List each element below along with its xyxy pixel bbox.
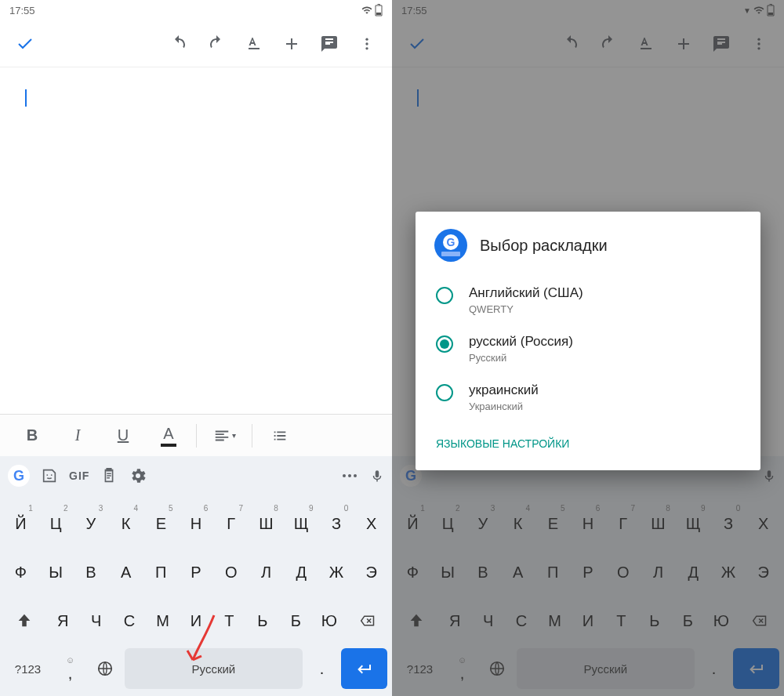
shift-key[interactable] [397,600,437,642]
enter-key[interactable] [341,648,387,689]
sticker-icon[interactable] [41,460,58,491]
key-З[interactable]: З0 [321,502,353,545]
key-Б[interactable]: Б [281,600,310,642]
key-О[interactable]: О [607,551,639,593]
key-Ч[interactable]: Ч [473,600,503,642]
key-Ц[interactable]: Ц2 [40,502,72,545]
globe-key[interactable] [481,648,514,689]
key-Т[interactable]: Т [606,600,636,642]
key-Ф[interactable]: Ф [397,551,429,593]
key-Ь[interactable]: Ь [248,600,278,642]
insert-button[interactable] [665,25,702,63]
key-Ь[interactable]: Ь [640,600,670,642]
language-settings-button[interactable]: ЯЗЫКОВЫЕ НАСТРОЙКИ [434,430,742,458]
done-button[interactable] [6,25,44,63]
layout-option-2[interactable]: украинскийУкраинский [434,373,742,422]
key-Ж[interactable]: Ж [713,551,745,593]
key-Р[interactable]: Р [180,551,212,593]
key-Э[interactable]: Э [747,551,779,593]
key-К[interactable]: К4 [502,502,534,545]
key-Э[interactable]: Э [355,551,387,593]
key-П[interactable]: П [145,551,177,593]
key-С[interactable]: С [114,600,144,642]
key-С[interactable]: С [506,600,536,642]
text-color-button[interactable]: A [146,415,191,457]
globe-key[interactable] [89,648,122,689]
mic-icon[interactable] [370,460,384,491]
key-У[interactable]: У3 [74,502,107,545]
comment-button[interactable] [310,25,348,63]
key-Е[interactable]: Е5 [145,502,177,545]
key-О[interactable]: О [215,551,247,593]
key-Ю[interactable]: Ю [314,600,344,642]
redo-button[interactable] [198,25,235,63]
comma-key[interactable]: ☺, [446,648,478,689]
key-Й[interactable]: Й1 [397,502,429,545]
key-Д[interactable]: Д [677,551,710,593]
key-Т[interactable]: Т [214,600,244,642]
key-И[interactable]: И [573,600,603,642]
symbols-key[interactable]: ?123 [5,648,51,689]
layout-option-1[interactable]: русский (Россия)Русский [434,324,742,373]
key-Ш[interactable]: Ш8 [250,502,282,545]
key-И[interactable]: И [181,600,211,642]
key-Л[interactable]: Л [642,551,674,593]
key-К[interactable]: К4 [110,502,142,545]
key-Б[interactable]: Б [673,600,702,642]
key-Р[interactable]: Р [572,551,604,593]
underline-button[interactable]: U [100,415,146,457]
key-Я[interactable]: Я [440,600,470,642]
key-М[interactable]: М [147,600,177,642]
undo-button[interactable] [552,25,590,63]
key-Ы[interactable]: Ы [40,551,72,593]
comment-button[interactable] [702,25,740,63]
backspace-key[interactable] [739,600,779,642]
key-Я[interactable]: Я [48,600,78,642]
text-format-button[interactable] [235,25,273,63]
google-icon[interactable]: G [8,465,30,487]
key-Ч[interactable]: Ч [81,600,111,642]
bold-button[interactable]: B [9,415,55,457]
key-П[interactable]: П [537,551,569,593]
settings-icon[interactable] [129,460,147,491]
key-Л[interactable]: Л [250,551,282,593]
key-Й[interactable]: Й1 [5,502,37,545]
key-Ш[interactable]: Ш8 [642,502,674,545]
key-У[interactable]: У3 [466,502,499,545]
key-Ф[interactable]: Ф [5,551,37,593]
backspace-key[interactable] [347,600,387,642]
key-А[interactable]: А [110,551,142,593]
redo-button[interactable] [590,25,627,63]
layout-option-0[interactable]: Английский (США)QWERTY [434,276,742,324]
shift-key[interactable] [5,600,45,642]
italic-button[interactable]: I [55,415,100,457]
comma-key[interactable]: ☺, [54,648,86,689]
key-Щ[interactable]: Щ9 [677,502,710,545]
text-format-button[interactable] [627,25,665,63]
more-icon[interactable] [340,460,359,491]
key-Е[interactable]: Е5 [537,502,569,545]
gif-button[interactable]: GIF [69,460,89,491]
key-Н[interactable]: Н6 [572,502,604,545]
key-А[interactable]: А [502,551,534,593]
key-В[interactable]: В [466,551,499,593]
undo-button[interactable] [160,25,198,63]
key-Щ[interactable]: Щ9 [285,502,318,545]
key-Г[interactable]: Г7 [607,502,639,545]
done-button[interactable] [398,25,436,63]
key-Х[interactable]: Х [355,502,387,545]
more-button[interactable] [348,25,386,63]
key-Ю[interactable]: Ю [706,600,736,642]
spacebar-key[interactable]: Русский [517,648,695,689]
key-М[interactable]: М [539,600,569,642]
period-key[interactable]: . [306,648,338,689]
spacebar-key[interactable]: Русский [125,648,303,689]
key-З[interactable]: З0 [713,502,745,545]
period-key[interactable]: . [698,648,730,689]
key-В[interactable]: В [74,551,107,593]
list-button[interactable] [257,415,303,457]
key-Ы[interactable]: Ы [432,551,464,593]
symbols-key[interactable]: ?123 [397,648,443,689]
key-Х[interactable]: Х [747,502,779,545]
insert-button[interactable] [273,25,310,63]
